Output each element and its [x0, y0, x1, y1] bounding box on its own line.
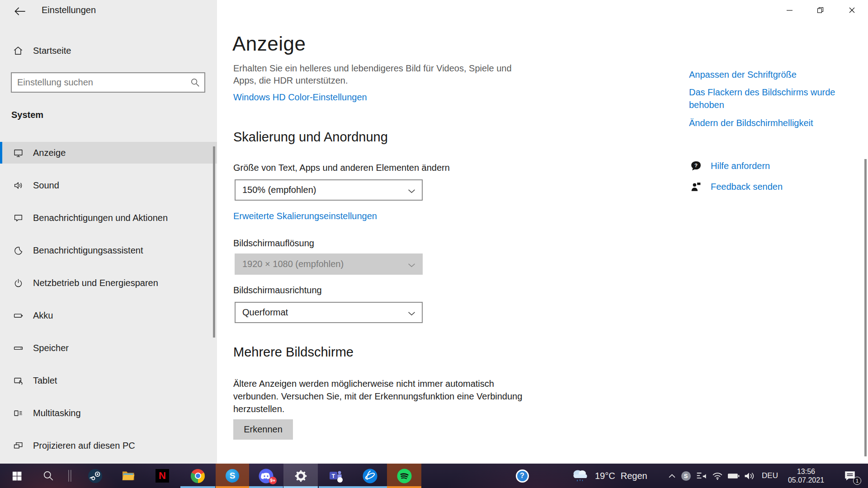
- taskbar-app-settings[interactable]: [283, 464, 318, 488]
- sidebar-item-sound[interactable]: Sound: [0, 174, 217, 196]
- page-title: Anzeige: [232, 33, 306, 55]
- taskbar-app-battle-net[interactable]: [353, 464, 387, 488]
- resolution-label: Bildschirmauflösung: [233, 238, 314, 249]
- skype-icon: S: [226, 469, 239, 483]
- notification-badge: 1: [853, 477, 861, 485]
- volume-mixer-icon: [696, 471, 707, 480]
- sidebar-item-multitasking[interactable]: Multitasking: [0, 402, 217, 424]
- tray-volume-mixer[interactable]: [693, 464, 710, 488]
- app-title: Einstellungen: [42, 5, 96, 15]
- taskbar-app-chrome[interactable]: [180, 464, 215, 488]
- discord-badge: 9+: [269, 477, 277, 484]
- tray-skype[interactable]: S: [679, 464, 693, 488]
- sidebar: Einstellungen Startseite System Anzeige …: [0, 0, 217, 464]
- chevron-down-icon: [408, 189, 415, 193]
- minimize-icon: [786, 7, 793, 14]
- sidebar-item-anzeige[interactable]: Anzeige: [0, 142, 217, 164]
- taskbar-app-teams[interactable]: T: [319, 464, 353, 488]
- sidebar-item-benachrichtigungen[interactable]: Benachrichtigungen und Aktionen: [0, 207, 217, 229]
- related-link-font-size[interactable]: Anpassen der Schriftgröße: [689, 68, 850, 81]
- back-button[interactable]: [10, 4, 30, 19]
- settings-window: Einstellungen Startseite System Anzeige …: [0, 0, 868, 488]
- project-screens-icon: [13, 440, 24, 451]
- notification-bubble-icon: [13, 212, 24, 223]
- sidebar-item-benachrichtigungsassistent[interactable]: Benachrichtigungsassistent: [0, 239, 217, 261]
- get-help-link[interactable]: ? Hilfe anfordern: [690, 160, 770, 172]
- taskbar-app-discord[interactable]: 9+: [249, 464, 283, 488]
- sidebar-item-label: Benachrichtigungsassistent: [33, 245, 143, 256]
- tray-network[interactable]: [710, 464, 725, 488]
- tray-clock[interactable]: 13:56 05.07.2021: [783, 464, 829, 488]
- action-center-button[interactable]: 1: [834, 464, 866, 488]
- taskbar-app-explorer[interactable]: [112, 464, 145, 488]
- taskbar-app-steam[interactable]: [78, 464, 112, 488]
- taskbar-search-button[interactable]: [33, 464, 63, 488]
- search-icon: [42, 470, 54, 482]
- netflix-icon: N: [156, 469, 169, 483]
- taskbar-app-netflix[interactable]: N: [145, 464, 179, 488]
- orientation-select[interactable]: Querformat: [235, 302, 423, 323]
- spotify-icon: [397, 469, 412, 483]
- gear-icon: [294, 469, 308, 483]
- svg-text:?: ?: [694, 163, 698, 168]
- sidebar-item-label: Multitasking: [33, 408, 81, 418]
- moon-icon: [13, 245, 24, 256]
- sidebar-item-label: Benachrichtigungen und Aktionen: [33, 213, 168, 223]
- sidebar-item-projizieren[interactable]: Projizieren auf diesen PC: [0, 435, 217, 456]
- sidebar-item-label: Projizieren auf diesen PC: [33, 441, 135, 451]
- minimize-button[interactable]: [774, 0, 805, 20]
- tray-volume[interactable]: [741, 464, 758, 488]
- search-icon[interactable]: [190, 78, 200, 87]
- search-box: [11, 72, 205, 93]
- battery-icon: [727, 473, 740, 479]
- wifi-icon: [712, 471, 723, 480]
- scale-select[interactable]: 150% (empfohlen): [235, 179, 423, 201]
- close-button[interactable]: [836, 0, 867, 20]
- start-button[interactable]: [0, 464, 33, 488]
- advanced-scaling-link[interactable]: Erweiterte Skalierungseinstellungen: [233, 211, 377, 221]
- battle-net-icon: [363, 469, 377, 483]
- steam-icon: [88, 469, 103, 483]
- display-icon: [13, 147, 24, 158]
- scale-label: Größe von Text, Apps und anderen Element…: [233, 163, 450, 173]
- chevron-down-icon: [408, 263, 415, 267]
- weather-temperature: 19°C: [595, 471, 615, 481]
- feedback-person-icon: [690, 181, 702, 193]
- feedback-link-label: Feedback senden: [711, 182, 783, 192]
- speaker-icon: [13, 180, 24, 191]
- help-bubble-icon: ?: [690, 160, 702, 172]
- sidebar-section-label: System: [11, 110, 43, 120]
- tray-expand-button[interactable]: [665, 464, 679, 488]
- close-icon: [849, 7, 855, 14]
- related-link-flicker[interactable]: Das Flackern des Bildschirms wurde behob…: [689, 86, 850, 111]
- weather-widget[interactable]: 19°C Regen: [571, 464, 660, 488]
- clock-date: 05.07.2021: [788, 476, 824, 484]
- search-input[interactable]: [12, 73, 204, 92]
- sidebar-item-netzbetrieb[interactable]: Netzbetrieb und Energiesparen: [0, 272, 217, 294]
- main-scrollbar[interactable]: [864, 159, 867, 456]
- tray-battery[interactable]: [725, 464, 741, 488]
- taskbar-app-skype[interactable]: S: [216, 464, 249, 488]
- sidebar-item-home[interactable]: Startseite: [0, 42, 217, 60]
- tray-language[interactable]: DEU: [759, 464, 781, 488]
- chevron-down-icon: [408, 311, 415, 316]
- language-indicator: DEU: [762, 471, 778, 480]
- hd-color-link[interactable]: Windows HD Color-Einstellungen: [233, 92, 367, 103]
- detect-button[interactable]: Erkennen: [233, 419, 293, 440]
- multi-display-description: Ältere Anzeigen werden möglicherweise ni…: [233, 377, 535, 415]
- multitasking-icon: [13, 408, 24, 418]
- sidebar-item-akku[interactable]: Akku: [0, 305, 217, 326]
- taskbar-app-help[interactable]: ?: [505, 464, 539, 488]
- resolution-select-value: 868 × 488 (empfohlen): [242, 259, 344, 269]
- file-explorer-icon: [121, 469, 136, 483]
- storage-icon: [13, 343, 24, 353]
- sidebar-item-speicher[interactable]: Speicher: [0, 337, 217, 359]
- related-link-brightness[interactable]: Ändern der Bildschirmhelligkeit: [689, 117, 850, 129]
- taskbar-app-spotify[interactable]: [387, 464, 421, 488]
- sidebar-scrollbar[interactable]: [213, 146, 215, 338]
- weather-condition: Regen: [621, 471, 647, 481]
- restore-button[interactable]: [805, 0, 835, 20]
- send-feedback-link[interactable]: Feedback senden: [690, 181, 783, 193]
- resolution-select[interactable]: 868 × 488 (empfohlen): [235, 253, 423, 275]
- sidebar-item-tablet[interactable]: Tablet: [0, 370, 217, 391]
